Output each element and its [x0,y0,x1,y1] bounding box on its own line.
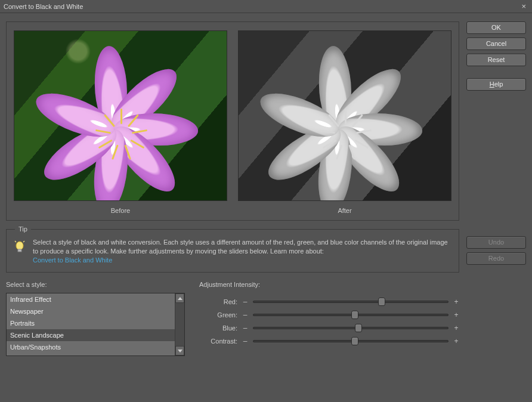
slider-thumb[interactable] [351,311,358,319]
slider-label: Blue: [199,324,237,332]
slider-label: Contrast: [199,338,237,345]
svg-rect-1 [18,249,21,252]
tip-link[interactable]: Convert to Black and White [33,256,112,264]
slider-row: Red:–+ [199,295,459,308]
adjustment-title: Adjustment Intensity: [199,281,459,288]
close-icon[interactable]: × [519,2,528,11]
style-item[interactable]: Infrared Effect [7,293,175,305]
scroll-up-button[interactable] [175,293,184,303]
slider-row: Contrast:–+ [199,335,459,348]
slider-thumb[interactable] [351,337,358,345]
slider-thumb[interactable] [378,298,385,306]
slider-minus-button[interactable]: – [242,337,248,345]
before-label: Before [111,207,130,214]
slider-track[interactable] [253,327,449,329]
style-item[interactable]: Scenic Landscape [7,329,175,341]
style-item[interactable]: Portraits [7,317,175,329]
help-button[interactable]: Help [466,78,526,91]
tip-box: Tip Select a style of black and white co… [6,229,459,273]
slider-track[interactable] [253,301,449,303]
help-label-rest: elp [494,81,503,88]
undo-button[interactable]: Undo [466,236,526,249]
chevron-down-icon [178,350,183,352]
help-mnemonic: H [490,81,494,88]
slider-minus-button[interactable]: – [242,298,248,306]
slider-plus-button[interactable]: + [453,311,459,319]
slider-track[interactable] [253,314,449,316]
chevron-up-icon [178,297,183,300]
ok-button[interactable]: OK [466,21,526,34]
styles-label: Select a style: [6,281,185,288]
slider-label: Green: [199,311,237,318]
slider-label: Red: [199,298,237,305]
slider-plus-button[interactable]: + [453,324,459,332]
slider-track[interactable] [253,340,449,342]
slider-plus-button[interactable]: + [453,298,459,306]
titlebar[interactable]: Convert to Black and White × [0,0,532,13]
styles-scrollbar[interactable] [175,293,184,355]
tip-body: Select a style of black and white conver… [33,239,448,255]
cancel-button[interactable]: Cancel [466,38,526,50]
after-label: After [338,207,351,214]
reset-button[interactable]: Reset [466,54,526,66]
slider-thumb[interactable] [355,324,362,332]
styles-listbox[interactable]: Infrared EffectNewspaperPortraitsScenic … [6,293,185,356]
slider-minus-button[interactable]: – [242,311,248,319]
preview-panel: Before After [6,21,459,221]
tip-text: Select a style of black and white conver… [33,238,451,265]
svg-point-0 [16,242,23,250]
dialog-title: Convert to Black and White [4,3,519,10]
after-image [238,30,451,201]
slider-row: Blue:–+ [199,321,459,335]
redo-button[interactable]: Redo [466,252,526,265]
slider-minus-button[interactable]: – [242,324,248,332]
tip-legend: Tip [15,225,31,233]
slider-row: Green:–+ [199,308,459,321]
slider-plus-button[interactable]: + [453,337,459,345]
style-item[interactable]: Newspaper [7,305,175,317]
scroll-down-button[interactable] [175,346,184,355]
style-item[interactable]: Urban/Snapshots [7,341,175,353]
lightbulb-icon [14,240,26,256]
scroll-track[interactable] [175,303,184,346]
before-image [14,30,227,201]
